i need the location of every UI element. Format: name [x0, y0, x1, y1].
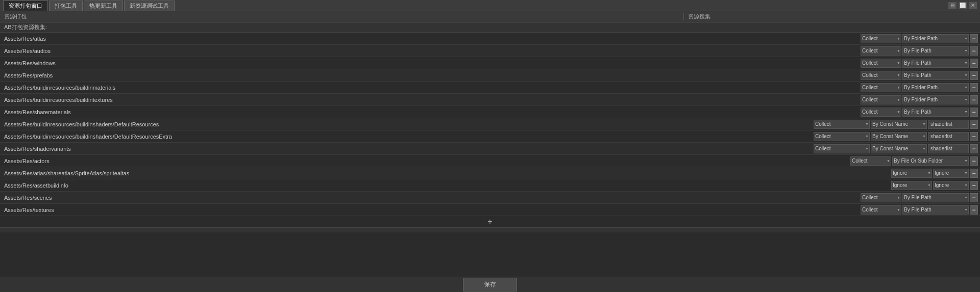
row-controls-6: CollectIgnoreBy Folder PathBy File PathB…: [861, 108, 980, 117]
collect-select-3[interactable]: CollectIgnore: [861, 71, 901, 80]
method-select-4[interactable]: By Folder PathBy File PathBy File Or Sub…: [902, 83, 969, 92]
table-row: Assets/Res/actorsCollectIgnoreBy Folder …: [0, 155, 980, 167]
remove-row-button-13[interactable]: −: [970, 193, 978, 202]
row-path-3: Assets/Res/prefabs: [0, 72, 861, 78]
content-area[interactable]: AB打包资源搜集: Assets/Res/atlasCollectIgnoreB…: [0, 22, 980, 277]
remove-row-button-14[interactable]: −: [970, 205, 978, 215]
table-row: Assets/Res/atlasCollectIgnoreBy Folder P…: [0, 33, 980, 45]
method-select-10[interactable]: By Folder PathBy File PathBy File Or Sub…: [892, 156, 969, 166]
table-row: Assets/Res/scenesCollectIgnoreBy Folder …: [0, 192, 980, 204]
tab-3[interactable]: 新资源调试工具: [124, 1, 175, 11]
maximize-button[interactable]: ⬜: [959, 2, 967, 9]
collect-select-14[interactable]: CollectIgnore: [861, 205, 901, 215]
method-select-9[interactable]: By Folder PathBy File PathBy File Or Sub…: [871, 144, 927, 153]
extra-input-7[interactable]: [928, 120, 969, 129]
remove-row-button-10[interactable]: −: [970, 156, 978, 166]
method-select-14[interactable]: By Folder PathBy File PathBy File Or Sub…: [902, 205, 969, 215]
right-section-label: 资源搜集: [684, 13, 980, 20]
method-select-7[interactable]: By Folder PathBy File PathBy File Or Sub…: [871, 120, 927, 129]
remove-row-button-3[interactable]: −: [970, 71, 978, 80]
remove-row-button-8[interactable]: −: [970, 132, 978, 141]
section-header: 资源打包 资源搜集: [0, 11, 980, 22]
row-path-14: Assets/Res/textures: [0, 207, 861, 213]
method-select-0[interactable]: By Folder PathBy File PathBy File Or Sub…: [902, 34, 969, 43]
row-controls-1: CollectIgnoreBy Folder PathBy File PathB…: [861, 46, 980, 56]
row-controls-2: CollectIgnoreBy Folder PathBy File PathB…: [861, 59, 980, 68]
method-select-8[interactable]: By Folder PathBy File PathBy File Or Sub…: [871, 132, 927, 141]
collect-select-8[interactable]: CollectIgnore: [814, 132, 870, 141]
method-select-13[interactable]: By Folder PathBy File PathBy File Or Sub…: [902, 193, 969, 202]
minimize-button[interactable]: ⊟: [948, 2, 957, 9]
remove-row-button-4[interactable]: −: [970, 83, 978, 92]
remove-row-button-6[interactable]: −: [970, 108, 978, 117]
method-select-3[interactable]: By Folder PathBy File PathBy File Or Sub…: [902, 71, 969, 80]
extra-input-9[interactable]: [928, 144, 969, 153]
table-row: Assets/Res/assetbuildinfoCollectIgnoreIg…: [0, 179, 980, 192]
row-controls-5: CollectIgnoreBy Folder PathBy File PathB…: [861, 95, 980, 104]
left-section-label: 资源打包: [0, 13, 684, 20]
collect-select-0[interactable]: CollectIgnore: [861, 34, 901, 43]
save-button[interactable]: 保存: [463, 278, 517, 291]
collect-select-1[interactable]: CollectIgnore: [861, 46, 901, 56]
method-select-6[interactable]: By Folder PathBy File PathBy File Or Sub…: [902, 108, 969, 117]
ab-label-row: AB打包资源搜集:: [0, 22, 980, 33]
row-path-7: Assets/Res/buildinresources/buildinshade…: [0, 121, 814, 127]
collect-select-13[interactable]: CollectIgnore: [861, 193, 901, 202]
remove-row-button-11[interactable]: −: [970, 169, 978, 178]
row-controls-8: CollectIgnoreBy Folder PathBy File PathB…: [814, 132, 980, 141]
row-controls-14: CollectIgnoreBy Folder PathBy File PathB…: [861, 205, 980, 215]
collect-select-4[interactable]: CollectIgnore: [861, 83, 901, 92]
method-select-1[interactable]: By Folder PathBy File PathBy File Or Sub…: [902, 46, 969, 56]
row-controls-13: CollectIgnoreBy Folder PathBy File PathB…: [861, 193, 980, 202]
row-path-4: Assets/Res/buildinresources/buildinmater…: [0, 85, 861, 91]
method-select-5[interactable]: By Folder PathBy File PathBy File Or Sub…: [902, 95, 969, 104]
tab-2[interactable]: 热更新工具: [84, 1, 123, 11]
remove-row-button-0[interactable]: −: [970, 34, 978, 43]
collect-select-5[interactable]: CollectIgnore: [861, 95, 901, 104]
remove-row-button-1[interactable]: −: [970, 46, 978, 56]
extra-input-8[interactable]: [928, 132, 969, 141]
table-row: Assets/Res/buildinresources/buildinshade…: [0, 118, 980, 130]
row-controls-11: CollectIgnoreIgnoreBy Folder PathBy File…: [891, 169, 980, 178]
row-path-9: Assets/Res/shadervariants: [0, 146, 814, 152]
remove-row-button-2[interactable]: −: [970, 59, 978, 68]
bottom-bar: 保存: [0, 277, 980, 292]
row-path-12: Assets/Res/assetbuildinfo: [0, 182, 891, 189]
row-path-11: Assets/Res/atlas/shareatlas/SpriteAtlas/…: [0, 170, 891, 176]
row-controls-10: CollectIgnoreBy Folder PathBy File PathB…: [850, 156, 980, 166]
row-controls-12: CollectIgnoreIgnoreBy Folder PathBy File…: [891, 181, 980, 190]
method-select-11[interactable]: IgnoreBy Folder PathBy File PathBy Const…: [933, 169, 969, 178]
row-path-8: Assets/Res/buildinresources/buildinshade…: [0, 134, 814, 140]
plus-row: +: [0, 216, 980, 227]
table-row: Assets/Res/buildinresources/buildinmater…: [0, 82, 980, 94]
collect-select-9[interactable]: CollectIgnore: [814, 144, 870, 153]
tab-0[interactable]: 资源打包窗口: [3, 1, 48, 11]
table-row: Assets/Res/prefabsCollectIgnoreBy Folder…: [0, 69, 980, 82]
close-button[interactable]: ✕: [969, 2, 977, 9]
add-row-button[interactable]: +: [487, 217, 492, 226]
scroll-row: [0, 227, 980, 232]
collect-select-7[interactable]: CollectIgnore: [814, 120, 870, 129]
table-row: Assets/Res/atlas/shareatlas/SpriteAtlas/…: [0, 167, 980, 179]
remove-row-button-12[interactable]: −: [970, 181, 978, 190]
tab-1[interactable]: 打包工具: [49, 1, 83, 11]
method-select-12[interactable]: IgnoreBy Folder PathBy File PathBy Const…: [933, 181, 969, 190]
remove-row-button-7[interactable]: −: [970, 120, 978, 129]
collect-select-10[interactable]: CollectIgnore: [850, 156, 891, 166]
table-row: Assets/Res/buildinresources/buildintextu…: [0, 94, 980, 106]
collect-select-6[interactable]: CollectIgnore: [861, 108, 901, 117]
table-row: Assets/Res/shadervariantsCollectIgnoreBy…: [0, 143, 980, 155]
remove-row-button-5[interactable]: −: [970, 95, 978, 104]
collect-select-2[interactable]: CollectIgnore: [861, 59, 901, 68]
tab-bar: 资源打包窗口打包工具热更新工具新资源调试工具: [3, 1, 175, 11]
remove-row-button-9[interactable]: −: [970, 144, 978, 153]
row-path-10: Assets/Res/actors: [0, 158, 850, 164]
method-select-2[interactable]: By Folder PathBy File PathBy File Or Sub…: [902, 59, 969, 68]
table-row: Assets/Res/texturesCollectIgnoreBy Folde…: [0, 204, 980, 216]
row-path-2: Assets/Res/windows: [0, 60, 861, 66]
row-controls-3: CollectIgnoreBy Folder PathBy File PathB…: [861, 71, 980, 80]
collect-select-11[interactable]: CollectIgnore: [891, 169, 932, 178]
row-path-1: Assets/Res/audios: [0, 48, 861, 54]
collect-select-12[interactable]: CollectIgnore: [891, 181, 932, 190]
window-controls: ⊟ ⬜ ✕: [948, 2, 977, 9]
